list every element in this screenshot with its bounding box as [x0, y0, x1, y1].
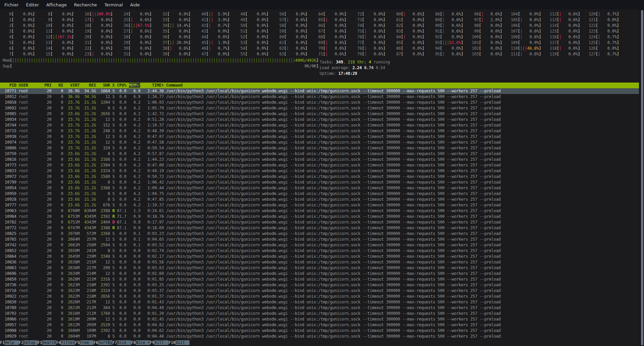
process-row-10954[interactable]: 10954 root 20 0 23.6G 21.2G 2368 S 0.0 4… [0, 185, 639, 191]
process-row-10816[interactable]: 10816 root 20 0 23.6G 21.2G 2168 S 0.0 4… [0, 157, 639, 162]
fkey-f4[interactable]: F4Filter [56, 340, 75, 346]
process-row-10692[interactable]: 10692 root 20 0 23.7G 21.2G 8 S 0.0 4.2 … [0, 105, 639, 111]
cpu-meter-16: 16[||100.0%] [82, 11, 121, 17]
process-row-10864[interactable]: 10864 root 20 0 2645M 239M 3348 S 0.0 0.… [0, 254, 639, 259]
tasks-line: Tasks: 349, 218 thr; 4 running [320, 59, 390, 65]
menu-item-1[interactable]: Éditer [25, 1, 41, 8]
cpu-meter-106: 106[ 0.0%] [511, 23, 550, 29]
fkey-f6[interactable]: F6SortBy [94, 340, 112, 346]
cpu-meter-21: 21[ 0.0%] [82, 40, 121, 46]
process-row-10858[interactable]: 10858 root 20 0 23.7G 21.3G 2204 S 0.0 4… [0, 100, 639, 105]
process-row-10736[interactable]: 10736 root 20 0 2623M 218M 2392 S 0.0 0.… [0, 282, 639, 288]
cpu-meter-40: 40[|| 5.9%] [199, 11, 238, 17]
process-row-10773[interactable]: 10773 root 20 0 23.6G 21.2G 2384 S 0.0 4… [0, 162, 639, 168]
cpu-meter-13: 13[ 0.0%] [43, 40, 82, 46]
process-row-10765[interactable]: 10765 root 20 0 2664M 257M 12 S 0.0 0.1 … [0, 237, 639, 242]
fkey-f10[interactable]: F10Quit [168, 340, 190, 346]
fkey-f2[interactable]: F2Setup [19, 340, 38, 346]
process-row-10799[interactable]: 10799 root 20 0 23.6G 21.2G 8 S 0.0 4.2 … [0, 180, 639, 185]
process-row-10912[interactable]: 10912 root 20 0 36.9G 34.5G 12 S 0.0 6.9… [0, 94, 639, 100]
process-row-10806[interactable]: 10806 root 20 0 23.7G 21.2G 324 S 0.0 4.… [0, 145, 639, 151]
scrollbar-track[interactable] [640, 9, 644, 346]
process-row-10985[interactable]: 10985 root 20 0 23.6G 21.2G 2656 S 0.0 4… [0, 111, 639, 117]
process-row-10863[interactable]: 10863 root 20 0 2636M 227M 200 S 0.0 0.0… [0, 265, 639, 271]
process-row-10716[interactable]: 10716 root 20 0 2623M 218M 2324 S 0.0 0.… [0, 288, 639, 294]
sort-column-mem[interactable]: MEM%▽ [129, 83, 141, 88]
cpu-meter-18: 18[ 0.0%] [82, 23, 121, 29]
cpu-meter-90: 90[| 0.6%] [433, 23, 472, 29]
fkey-f3[interactable]: F3Search [38, 340, 56, 346]
process-row-10830[interactable]: 10830 root 20 0 2626M 217M 12 S 0.0 0.0 … [0, 299, 639, 305]
cpu-meter-77: 77[ 0.0%] [355, 40, 394, 46]
cpu-meter-97: 97[| 2.0%] [472, 17, 511, 23]
cpu-meter-39: 39[ 0.0%] [160, 51, 199, 57]
process-row-10984[interactable]: 10984 root 20 0 6753M 4345M 2392 R 71.7 … [0, 214, 639, 219]
process-row-10972[interactable]: 10972 root 20 0 23.6G 21.2G 1580 S 0.0 4… [0, 174, 639, 180]
cpu-meter-107: 107[| 0.6%] [511, 29, 550, 34]
cpu-meter-65: 65[| 0.6%] [316, 17, 355, 23]
menu-item-0[interactable]: Fichier [3, 1, 20, 8]
cpu-meter-41: 41[|| 3.9%] [199, 17, 238, 23]
process-row-10938[interactable]: 10938 root 20 0 23.7G 21.2G 12 S 0.0 4.2… [0, 134, 639, 140]
process-row-10966[interactable]: 10966 root 20 0 2619M 209M 12 S 0.0 0.0 … [0, 316, 639, 322]
menu-item-4[interactable]: Terminal [103, 1, 124, 8]
cpu-meter-38: 38[| 0.6%] [160, 46, 199, 51]
process-row-10825[interactable]: 10825 root 20 0 2976M 572M 2268 S 0.0 0.… [0, 231, 639, 237]
menu-item-5[interactable]: Aide [129, 1, 141, 8]
process-row-10950[interactable]: 10950 root 20 0 23.6G 21.2G 8 S 0.0 4.2 … [0, 191, 639, 197]
cpu-meter-79: 79[| 0.6%] [355, 51, 394, 57]
process-row-10715[interactable]: 10715 root 20 0 23.7G 21.2G 248 S 0.0 4.… [0, 128, 639, 134]
fkey-f9[interactable]: F9Kill [150, 340, 169, 346]
process-row-10744[interactable]: 10744 root 20 0 23.7G 21.2G 152 S 0.0 4.… [0, 122, 639, 128]
process-row-10974[interactable]: 10974 root 20 0 23.7G 21.2G 12 S 0.0 4.2… [0, 140, 639, 145]
scrollbar-thumb[interactable] [641, 10, 643, 345]
process-row-10922[interactable]: 10922 root 20 0 2622M 218M 2656 S 0.0 0.… [0, 294, 639, 299]
cpu-meter-55: 55[ 0.0%] [238, 51, 277, 57]
menu-item-3[interactable]: Recherche [73, 1, 98, 8]
cpu-meter-36: 36[ 0.0%] [160, 34, 199, 40]
process-row-10772[interactable]: 10772 root 20 0 6747M 4343M 2388 R 67.1 … [0, 225, 639, 231]
process-row-10789[interactable]: 10789 root 20 0 2621M 212M 364 S 0.0 0.0… [0, 305, 639, 311]
process-row-10777[interactable]: 10777 root 20 0 23.6G 21.2G 676 S 0.0 4.… [0, 202, 639, 208]
process-row-10750[interactable]: 10750 root 20 0 23.6G 21.2G 8 S 0.0 4.2 … [0, 151, 639, 157]
cpu-meter-119: 119[ 0.0%] [550, 51, 589, 57]
process-row-10934[interactable]: 10934 root 20 0 23.7G 21.2G 12 S 0.0 4.2… [0, 117, 639, 122]
process-row-10929[interactable]: 10929 root 20 0 2604M 197M 8 S 0.0 0.0 0… [0, 334, 639, 339]
process-row-10928[interactable]: 10928 root 20 0 23.6G 21.2G 8 S 0.0 4.2 … [0, 197, 639, 202]
cpu-meter-58: 58[ 0.0%] [277, 23, 316, 29]
cpu-meter-127: 127[| 0.7%] [589, 51, 628, 57]
cpu-meter-89: 89[| 0.6%] [433, 17, 472, 23]
process-row-10836[interactable]: 10836 root 20 0 2638M 231M 12 S 0.0 0.0 … [0, 259, 639, 265]
cpu-meter-28: 28[ 0.0%] [121, 34, 160, 40]
process-table-header[interactable]: PID USER PRI NI VIRT RES SHR S CPU% MEM%… [0, 83, 639, 88]
process-row-10963[interactable]: 10963 root 20 0 8708M 6304M 2388 R 67.1 … [0, 208, 639, 214]
cpu-meter-117: 117[ 0.0%] [550, 40, 589, 46]
cpu-meter-84: 84[| 0.6%] [394, 34, 433, 40]
process-row-10850[interactable]: 10850 root 20 0 2628M 221M 2316 S 0.0 0.… [0, 277, 639, 282]
cpu-meter-17: 17[| 0.6%] [82, 17, 121, 23]
cpu-meter-60: 60[ 0.0%] [277, 34, 316, 40]
fkey-f7[interactable]: F7Nice - [112, 340, 131, 346]
process-row-10771[interactable]: 10771 root 20 0 36.9G 34.5G 1664 S 0.0 6… [0, 88, 639, 94]
menu-item-2[interactable]: Affichage [45, 1, 68, 8]
fkey-f5[interactable]: F5Tree [75, 340, 94, 346]
process-row-10742[interactable]: 10742 root 20 0 2661M 256M 2504 S 0.0 0.… [0, 242, 639, 248]
process-row-10833[interactable]: 10833 root 20 0 23.6G 21.2G 2324 S 0.0 4… [0, 168, 639, 174]
process-row-10696[interactable]: 10696 root 20 0 2634M 224M 12 S 0.0 0.0 … [0, 271, 639, 277]
cpu-meter-94: 94[ 0.0%] [433, 46, 472, 51]
cpu-meter-83: 83[ 0.0%] [394, 29, 433, 34]
cpu-meter-111: 111[| 0.6%] [511, 51, 550, 57]
cpu-meter-122: 122[ 0.0%] [589, 23, 628, 29]
system-info: Tasks: 349, 218 thr; 4 runningLoad avera… [320, 59, 390, 77]
process-row-10957[interactable]: 10957 root 20 0 2612M 205M 2520 S 0.0 0.… [0, 322, 639, 328]
process-row-10908[interactable]: 10908 root 20 0 2606M 199M 2392 S 0.0 0.… [0, 328, 639, 334]
cpu-meter-120: 120[| 0.7%] [589, 11, 628, 17]
fkey-f1[interactable]: F1Help [0, 340, 19, 346]
fkey-f8[interactable]: F8Nice + [131, 340, 150, 346]
process-row-10792[interactable]: 10792 root 20 0 2616M 211M 1760 S 0.0 0.… [0, 311, 639, 316]
process-row-10852[interactable]: 10852 root 20 0 2650M 241M 8 S 0.0 0.0 0… [0, 248, 639, 254]
cpu-meter-10: 10[ 0.0%] [43, 23, 82, 29]
cpu-meter-92: 92[ 0.0%] [433, 34, 472, 40]
cpu-meter-1: 1[ 0.0%] [4, 17, 43, 23]
process-row-10782[interactable]: 10782 root 20 0 6751M 4343M 2404 D 67.1 … [0, 219, 639, 225]
